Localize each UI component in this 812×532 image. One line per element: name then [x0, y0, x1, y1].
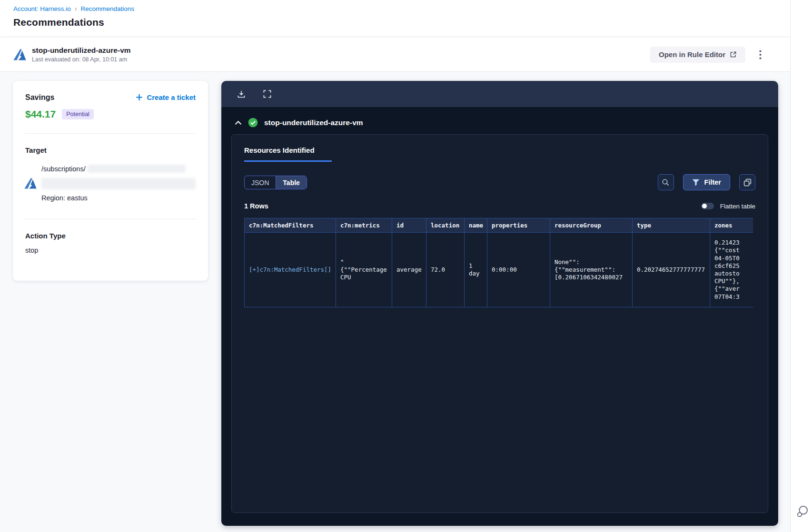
target-block: /subscriptions/ Region: eastus	[25, 165, 196, 206]
col-header-matched-filters: c7n:MatchedFilters	[245, 218, 336, 233]
view-mode-toggle: JSON Table	[244, 176, 307, 189]
action-type-label: Action Type	[25, 232, 196, 240]
view-mode-table[interactable]: Table	[276, 176, 307, 189]
cell-zones: 0.21423 {""cost 04-05T0 c6cf625 autosto …	[710, 233, 753, 307]
table-row: [+]c7n:MatchedFilters[] " {""Percentage …	[245, 233, 753, 307]
success-check-icon	[248, 118, 258, 128]
col-header-name: name	[465, 218, 487, 233]
rows-count: 1 Rows	[244, 202, 268, 210]
create-ticket-button[interactable]: Create a ticket	[136, 93, 196, 101]
cell-resource-group: None"": {""measurement"": [0.20671063424…	[550, 233, 633, 307]
recommendation-titles: stop-underutilized-azure-vm Last evaluat…	[32, 46, 131, 63]
toggle-knob	[702, 204, 707, 208]
flatten-table-toggle[interactable]	[701, 203, 714, 209]
chevron-up-icon	[235, 120, 242, 125]
cell-metrics: " {""Percentage CPU	[336, 233, 392, 307]
copy-icon	[743, 178, 752, 187]
cell-location: 72.0	[426, 233, 465, 307]
kebab-menu-icon	[759, 50, 762, 59]
open-in-rule-editor-button[interactable]: Open in Rule Editor	[650, 47, 745, 63]
cell-type: 0.20274652777777777	[633, 233, 710, 307]
help-chat-button[interactable]	[795, 504, 810, 520]
create-ticket-label: Create a ticket	[147, 93, 196, 101]
breadcrumb-account-link[interactable]: Account: Harness.io	[13, 5, 71, 12]
panel-body: stop-underutilized-azure-vm Resources Id…	[221, 107, 778, 526]
filter-button[interactable]: Filter	[683, 174, 730, 190]
plus-icon	[136, 94, 143, 101]
recommendation-summary-card: Savings Create a ticket $44.17 Potential…	[13, 81, 208, 281]
target-path: /subscriptions/	[41, 165, 86, 173]
filter-funnel-icon	[692, 179, 700, 186]
content-area: Savings Create a ticket $44.17 Potential…	[0, 72, 790, 532]
breadcrumb: Account: Harness.io › Recommendations	[13, 5, 790, 12]
azure-target-icon	[24, 178, 37, 189]
savings-potential-badge: Potential	[62, 109, 94, 119]
fullscreen-icon	[263, 89, 272, 99]
chat-bubbles-icon	[796, 504, 809, 519]
download-button[interactable]	[236, 89, 247, 100]
cell-properties: 0:00:00	[487, 233, 550, 307]
page: Account: Harness.io › Recommendations Re…	[0, 0, 812, 532]
savings-label: Savings	[25, 93, 54, 102]
breadcrumb-recommendations-link[interactable]: Recommendations	[80, 5, 134, 12]
divider	[24, 133, 197, 134]
cell-name: 1 day	[465, 233, 487, 307]
col-header-metrics: c7n:metrics	[336, 218, 392, 233]
cell-id: average	[392, 233, 426, 307]
col-header-properties: properties	[487, 218, 550, 233]
rule-output-panel: stop-underutilized-azure-vm Resources Id…	[221, 81, 778, 526]
redacted-target-path	[88, 165, 186, 173]
recommendation-header: stop-underutilized-azure-vm Last evaluat…	[0, 38, 790, 72]
col-header-location: location	[426, 218, 465, 233]
page-title: Recommendations	[13, 17, 790, 28]
savings-amount: $44.17	[25, 108, 56, 120]
recommendation-name: stop-underutilized-azure-vm	[32, 46, 131, 55]
download-icon	[237, 89, 246, 99]
target-label: Target	[25, 146, 196, 154]
right-rail	[790, 0, 812, 532]
resources-table: c7n:MatchedFilters c7n:metrics id locati…	[244, 218, 753, 307]
azure-logo-icon	[13, 49, 26, 60]
external-link-icon	[730, 51, 737, 58]
col-header-type: type	[633, 218, 710, 233]
copy-button[interactable]	[739, 174, 755, 190]
target-region: Region: eastus	[41, 194, 196, 202]
recommendation-last-evaluated: Last evaluated on: 08 Apr, 10:01 am	[32, 56, 131, 63]
redacted-target-resource	[41, 178, 196, 189]
filter-button-label: Filter	[704, 178, 721, 186]
panel-toolbar	[221, 81, 778, 107]
page-header: Account: Harness.io › Recommendations Re…	[0, 0, 790, 37]
resources-card: Resources Identified JSON Table	[231, 134, 768, 513]
more-options-button[interactable]	[753, 47, 767, 63]
col-header-resource-group: resourceGroup	[550, 218, 633, 233]
resources-table-container: c7n:MatchedFilters c7n:metrics id locati…	[244, 218, 753, 307]
expand-matched-filters-link[interactable]: [+]c7n:MatchedFilters[]	[249, 266, 331, 273]
collapse-section-button[interactable]	[233, 118, 243, 128]
fullscreen-button[interactable]	[261, 89, 273, 100]
view-mode-json[interactable]: JSON	[245, 176, 276, 189]
tab-resources-identified[interactable]: Resources Identified	[244, 146, 332, 162]
action-type-value: stop	[25, 246, 196, 254]
breadcrumb-separator-icon: ›	[75, 5, 77, 12]
search-button[interactable]	[658, 174, 674, 190]
col-header-zones: zones	[710, 218, 753, 233]
table-header-row: c7n:MatchedFilters c7n:metrics id locati…	[245, 218, 753, 233]
flatten-table-label: Flatten table	[720, 203, 755, 210]
panel-rule-title: stop-underutilized-azure-vm	[264, 118, 363, 127]
open-in-rule-editor-label: Open in Rule Editor	[659, 50, 725, 59]
search-icon	[662, 178, 670, 187]
col-header-id: id	[392, 218, 426, 233]
divider	[24, 219, 197, 219]
